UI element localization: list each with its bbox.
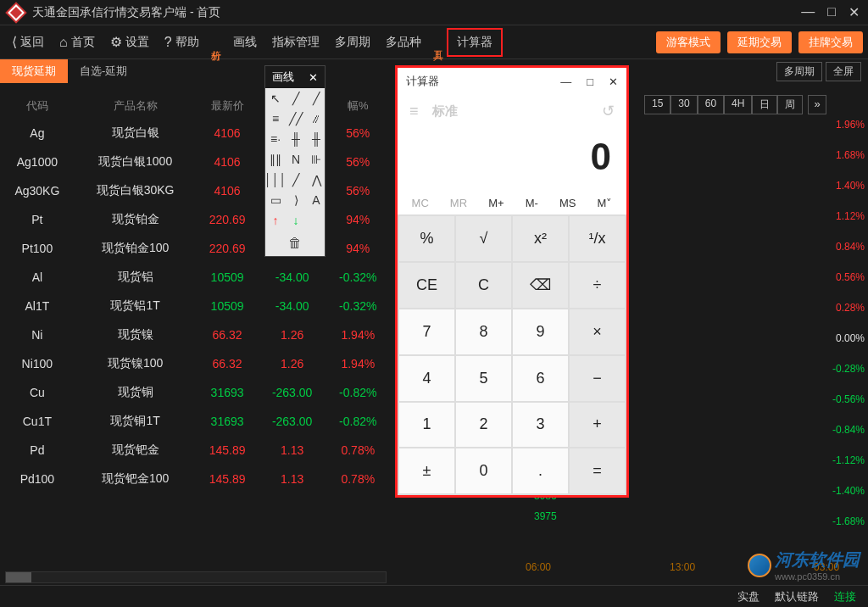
tools-button[interactable]: 工具 xyxy=(430,41,447,44)
table-row[interactable]: Pt现货铂金220.692.094% xyxy=(0,205,390,234)
calc-key-=[interactable]: = xyxy=(570,448,625,493)
scrollbar-thumb[interactable] xyxy=(6,572,31,582)
calc-key-9[interactable]: 9 xyxy=(513,309,568,354)
table-row[interactable]: Pt100现货铂金100220.692.094% xyxy=(0,234,390,263)
calc-key-.[interactable]: . xyxy=(513,448,568,493)
calc-key-÷[interactable]: ÷ xyxy=(570,263,625,309)
multi-period-btn[interactable]: 多周期 xyxy=(776,62,822,81)
draw-tool-16[interactable]: ⟩ xyxy=(286,190,306,210)
calc-key-2[interactable]: 2 xyxy=(456,403,511,448)
status-connect[interactable]: 连接 xyxy=(834,589,856,604)
calc-close[interactable]: ✕ xyxy=(609,75,618,88)
calc-key-3[interactable]: 3 xyxy=(513,403,568,448)
calc-key-5[interactable]: 5 xyxy=(456,356,511,401)
table-row[interactable]: Ag现货白银410663.056% xyxy=(0,119,390,148)
back-button[interactable]: ⟨返回 xyxy=(5,31,51,53)
draw-tool-10[interactable]: N xyxy=(286,149,306,170)
draw-tool-2[interactable]: ╱ xyxy=(306,88,326,109)
mem-mview[interactable]: M˅ xyxy=(598,197,613,209)
draw-tool-6[interactable]: ≡· xyxy=(265,129,286,149)
timeframe-15[interactable]: 15 xyxy=(644,95,670,114)
calc-key-0[interactable]: 0 xyxy=(456,448,511,493)
calc-key-×[interactable]: × xyxy=(570,309,625,354)
calc-key-1[interactable]: 1 xyxy=(399,403,454,448)
calc-key-6[interactable]: 6 xyxy=(513,356,568,401)
history-icon[interactable]: ↺ xyxy=(602,102,615,120)
table-row[interactable]: Al1T现货铝1T10509-34.00-0.32% xyxy=(0,292,390,320)
horizontal-scrollbar[interactable] xyxy=(5,571,387,583)
table-row[interactable]: Ni现货镍66.321.261.94% xyxy=(0,320,390,349)
draw-tool-7[interactable]: ╫ xyxy=(286,129,306,149)
close-button[interactable]: ✕ xyxy=(849,4,860,20)
draw-tool-14[interactable]: ⋀ xyxy=(306,170,326,190)
draw-tool-11[interactable]: ⊪ xyxy=(306,149,326,170)
calc-key-¹/x[interactable]: ¹/x xyxy=(570,216,625,261)
timeframe-more[interactable]: » xyxy=(808,95,826,114)
status-realtime[interactable]: 实盘 xyxy=(737,589,760,604)
mem-ms[interactable]: MS xyxy=(559,197,576,209)
calc-key-7[interactable]: 7 xyxy=(399,309,454,354)
status-route[interactable]: 默认链路 xyxy=(775,589,819,604)
draw-tool-13[interactable]: ╱ xyxy=(286,170,306,190)
fullscreen-btn[interactable]: 全屏 xyxy=(826,62,861,81)
tab-spot-deferred[interactable]: 现货延期 xyxy=(0,59,68,83)
table-row[interactable]: Ag30KG现货白银30KG410663.056% xyxy=(0,176,390,205)
calc-key-±[interactable]: ± xyxy=(399,448,454,493)
table-row[interactable]: Pd100现货钯金100145.891.130.78% xyxy=(0,465,390,493)
draw-tool-9[interactable]: ∥∥ xyxy=(265,149,286,170)
tab-self-deferred[interactable]: 自选-延期 xyxy=(68,59,139,83)
calc-key-−[interactable]: − xyxy=(570,356,625,401)
calc-key-4[interactable]: 4 xyxy=(399,356,454,401)
draw-tool-4[interactable]: ╱╱ xyxy=(286,109,306,129)
listing-trade-button[interactable]: 挂牌交易 xyxy=(798,31,863,53)
calc-key-%[interactable]: % xyxy=(399,216,454,261)
draw-tool-18[interactable]: ↑ xyxy=(265,210,286,231)
timeframe-4H[interactable]: 4H xyxy=(724,95,752,114)
delete-icon[interactable]: 🗑 xyxy=(288,236,302,251)
table-row[interactable]: Al现货铝10509-34.00-0.32% xyxy=(0,263,390,292)
timeframe-日[interactable]: 日 xyxy=(752,95,777,114)
calc-maximize[interactable]: □ xyxy=(587,75,593,88)
draw-tool-19[interactable]: ↓ xyxy=(286,210,306,231)
analysis-button[interactable]: 分析 xyxy=(208,41,225,44)
draw-tool-12[interactable]: │││ xyxy=(265,170,286,190)
minimize-button[interactable]: — xyxy=(801,4,815,20)
table-row[interactable]: Ag1000现货白银1000410663.056% xyxy=(0,148,390,176)
hamburger-icon[interactable]: ≡ xyxy=(409,103,419,120)
timeframe-60[interactable]: 60 xyxy=(698,95,724,114)
calculator-button[interactable]: 计算器 xyxy=(448,30,501,55)
guest-mode-button[interactable]: 游客模式 xyxy=(656,31,721,53)
indicator-button[interactable]: 指标管理 xyxy=(265,31,326,53)
home-button[interactable]: ⌂首页 xyxy=(53,31,102,53)
multiperiod-button[interactable]: 多周期 xyxy=(328,31,377,53)
calc-minimize[interactable]: — xyxy=(560,75,571,88)
draw-tool-17[interactable]: A xyxy=(306,190,326,210)
calc-key-⌫[interactable]: ⌫ xyxy=(513,263,568,309)
calc-key-√[interactable]: √ xyxy=(456,216,511,261)
table-row[interactable]: Cu现货铜31693-263.00-0.82% xyxy=(0,378,390,407)
draw-tool-3[interactable]: ≡ xyxy=(265,109,286,129)
calc-key-CE[interactable]: CE xyxy=(399,263,454,309)
draw-tool-15[interactable]: ▭ xyxy=(265,190,286,210)
calc-key-C[interactable]: C xyxy=(456,263,511,309)
drawline-button[interactable]: 画线 xyxy=(226,31,264,53)
calc-key-x²[interactable]: x² xyxy=(513,216,568,261)
timeframe-周[interactable]: 周 xyxy=(777,95,803,114)
help-button[interactable]: ?帮助 xyxy=(158,31,206,53)
multisymbol-button[interactable]: 多品种 xyxy=(379,31,428,53)
calc-key-+[interactable]: + xyxy=(570,403,625,448)
maximize-button[interactable]: □ xyxy=(827,4,836,20)
calc-key-8[interactable]: 8 xyxy=(456,309,511,354)
settings-button[interactable]: ⚙设置 xyxy=(103,31,156,53)
draw-tool-1[interactable]: ╱ xyxy=(286,88,306,109)
drawpanel-close[interactable]: ✕ xyxy=(309,71,318,84)
mem-mminus[interactable]: M- xyxy=(526,197,538,209)
deferred-trade-button[interactable]: 延期交易 xyxy=(727,31,792,53)
draw-tool-0[interactable]: ↖ xyxy=(265,88,286,109)
draw-tool-8[interactable]: ╫ xyxy=(306,129,326,149)
table-row[interactable]: Ni100现货镍10066.321.261.94% xyxy=(0,349,390,378)
mem-mplus[interactable]: M+ xyxy=(488,197,504,209)
table-row[interactable]: Pd现货钯金145.891.130.78% xyxy=(0,436,390,465)
mem-mr[interactable]: MR xyxy=(450,197,467,209)
timeframe-30[interactable]: 30 xyxy=(670,95,697,114)
